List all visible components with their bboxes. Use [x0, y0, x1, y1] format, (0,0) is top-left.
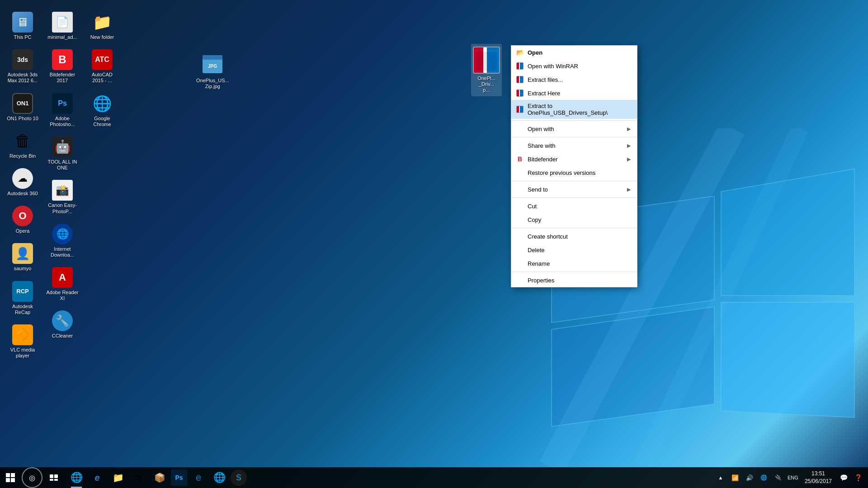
desktop-icon-autodeskrec[interactable]: RCP Autodesk ReCap	[5, 278, 41, 318]
ctx-bitdefender-icon: B	[516, 155, 524, 163]
desktop-icon-canon[interactable]: 📸 Canon Easy-PhotoP...	[44, 177, 80, 217]
ctx-bitdefender-arrow: ▶	[627, 156, 631, 162]
ctx-bitdefender-label: Bitdefender	[528, 156, 558, 163]
desktop-icon-opera[interactable]: O Opera	[5, 203, 41, 237]
ctx-create-shortcut[interactable]: Create shortcut	[511, 230, 637, 243]
vlc-label: VLC media player	[6, 347, 39, 359]
desktop-icon-googlechrome[interactable]: 🌐 Google Chrome	[84, 90, 120, 130]
ctx-cut-label: Cut	[528, 203, 537, 210]
on1photo-label: ON1 Photo 10	[7, 116, 38, 122]
ctx-extract-files[interactable]: Extract files...	[511, 73, 637, 86]
autodeskrec-icon: RCP	[12, 281, 33, 302]
rar-file-icon-desktop[interactable]: OnePl..._Driv...p...	[471, 44, 502, 96]
desktop-icons-container: 🖥 This PC 3ds Autodesk 3ds Max 2012 6...…	[0, 5, 118, 375]
autodesk3ds-label: Autodesk 3ds Max 2012 6...	[6, 72, 39, 84]
minimal-label: minimal_ad...	[47, 34, 77, 40]
ctx-open-icon: 📂	[516, 48, 524, 56]
svg-rect-14	[54, 474, 58, 478]
svg-rect-13	[50, 474, 53, 478]
desktop-icon-toolallinone[interactable]: 🤖 TOOL ALL IN ONE	[44, 134, 80, 174]
ctx-open-winrar[interactable]: Open with WinRAR	[511, 59, 637, 73]
taskbar-app-chrome2[interactable]: 🌐	[209, 467, 230, 488]
ctx-send-to[interactable]: Send to ▶	[511, 183, 637, 196]
internet-download-label: Internet Downloa...	[46, 246, 79, 258]
svg-text:JPG: JPG	[208, 64, 217, 69]
taskbar-date: 25/06/2017	[805, 478, 832, 485]
desktop-icon-saumyo[interactable]: 👤 saumyo	[5, 240, 41, 274]
ctx-restore[interactable]: Restore previous versions	[511, 166, 637, 179]
taskbar-app-edge[interactable]: e	[87, 467, 108, 488]
taskbar-app-chrome[interactable]: 🌐	[66, 467, 87, 488]
ctx-copy[interactable]: Copy	[511, 213, 637, 226]
desktop-icon-photoshop[interactable]: Ps Adobe Photosho...	[44, 90, 80, 130]
opera-icon: O	[12, 206, 33, 226]
autocad-icon: ATC	[92, 49, 113, 70]
desktop-icon-recycle[interactable]: 🗑 Recycle Bin	[5, 128, 41, 162]
taskbar-app-skype[interactable]: S	[231, 469, 247, 486]
tray-network2-icon[interactable]: 🌐	[758, 467, 770, 488]
ctx-divider-6	[511, 272, 637, 272]
taskbar-app-photoshop[interactable]: Ps	[171, 469, 187, 486]
cortana-search-button[interactable]: ◎	[22, 467, 42, 488]
autocad-label: AutoCAD 2015 - ...	[86, 72, 118, 84]
ctx-extract-here[interactable]: Extract Here	[511, 86, 637, 100]
ctx-properties-icon	[516, 276, 524, 284]
desktop-file-oneplus[interactable]: JPG OnePlus_US...Zip.jpg	[194, 50, 231, 92]
ctx-divider-4	[511, 197, 637, 198]
ctx-bitdefender[interactable]: B Bitdefender ▶	[511, 152, 637, 166]
ctx-divider-3	[511, 181, 637, 181]
canon-label: Canon Easy-PhotoP...	[46, 202, 79, 214]
tray-network-icon[interactable]: 📶	[729, 467, 741, 488]
ccleaner-label: CCleaner	[52, 333, 73, 339]
ctx-extract-to[interactable]: Extract to OnePlus_USB_Drivers_Setup\	[511, 100, 637, 119]
ctx-create-shortcut-icon	[516, 232, 524, 240]
desktop-icon-bitdefender[interactable]: B Bitdefender 2017	[44, 47, 80, 86]
taskbar-clock[interactable]: 13:51 25/06/2017	[801, 467, 835, 488]
desktop-icon-minimal[interactable]: 📄 minimal_ad...	[44, 9, 80, 43]
desktop-icon-autocad[interactable]: ATC AutoCAD 2015 - ...	[84, 47, 120, 86]
tray-notification[interactable]: 💬	[837, 467, 850, 488]
start-button[interactable]	[0, 467, 21, 488]
svg-rect-15	[50, 479, 53, 481]
desktop-icon-autodesk3ds[interactable]: 3ds Autodesk 3ds Max 2012 6...	[5, 47, 41, 86]
desktop-icon-autodesk360[interactable]: ☁ Autodesk 360	[5, 165, 41, 199]
desktop-icon-adobereader[interactable]: A Adobe Reader XI	[44, 264, 80, 304]
taskbar-app-explorer[interactable]: 📁	[108, 467, 128, 488]
autodeskrec-label: Autodesk ReCap	[6, 304, 39, 315]
desktop-icon-this-pc[interactable]: 🖥 This PC	[5, 9, 41, 43]
autodesk360-icon: ☁	[12, 168, 33, 189]
ctx-open-with[interactable]: Open with ▶	[511, 122, 637, 136]
desktop-icon-vlc[interactable]: 🔶 VLC media player	[5, 322, 41, 361]
tray-language[interactable]: ENG	[787, 467, 799, 488]
desktop-icon-newfolder[interactable]: 📁 New folder	[84, 9, 120, 43]
opera-label: Opera	[16, 228, 30, 234]
tray-volume-icon[interactable]: 🔊	[743, 467, 756, 488]
rar-file-label: OnePl..._Driv...p...	[477, 75, 495, 94]
ctx-delete[interactable]: Delete	[511, 243, 637, 257]
tray-help[interactable]: ❓	[852, 467, 864, 488]
taskbar-app-store[interactable]: 🛍	[128, 467, 149, 488]
task-view-button[interactable]	[43, 467, 64, 488]
desktop-icon-on1photo[interactable]: ON1 ON1 Photo 10	[5, 90, 41, 124]
ctx-open-label: Open	[528, 49, 542, 56]
taskbar-app-dropbox[interactable]: 📦	[149, 467, 170, 488]
tray-vpn-icon[interactable]: 🔌	[772, 467, 785, 488]
ctx-extract-to-label: Extract to OnePlus_USB_Drivers_Setup\	[528, 103, 631, 116]
vlc-icon: 🔶	[12, 324, 33, 345]
ctx-open[interactable]: 📂 Open	[511, 46, 637, 59]
ctx-delete-label: Delete	[528, 247, 545, 253]
desktop-icon-ccleaner[interactable]: 🔧 CCleaner	[44, 308, 80, 342]
adobereader-label: Adobe Reader XI	[46, 290, 79, 301]
tray-chevron[interactable]: ▲	[714, 467, 727, 488]
ctx-open-with-arrow: ▶	[627, 126, 631, 132]
ctx-share-with[interactable]: Share with ▶	[511, 139, 637, 152]
ctx-properties[interactable]: Properties	[511, 273, 637, 287]
ctx-rename[interactable]: Rename	[511, 257, 637, 270]
desktop-icon-internet-download[interactable]: 🌐 Internet Downloa...	[44, 221, 80, 261]
desktop-background	[0, 0, 868, 488]
taskbar-app-ie[interactable]: e	[188, 467, 209, 488]
autodesk360-label: Autodesk 360	[7, 191, 38, 197]
internet-download-icon: 🌐	[52, 224, 73, 244]
ctx-cut[interactable]: Cut	[511, 199, 637, 213]
ctx-divider-5	[511, 228, 637, 228]
